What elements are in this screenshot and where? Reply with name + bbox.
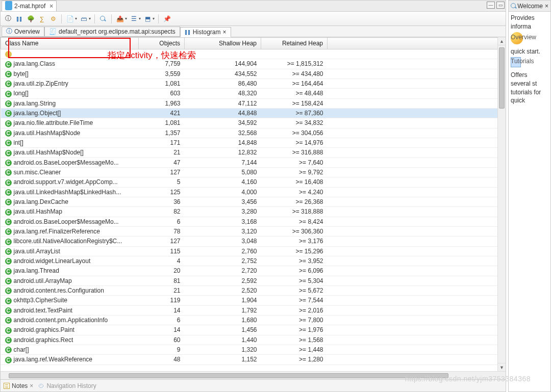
table-row[interactable]: Clibcore.util.NativeAllocationRegistry$C…	[1, 237, 506, 246]
table-row[interactable]: Candroid.widget.LinearLayout42,752>= 3,9…	[1, 256, 506, 266]
class-name-cell: java.lang.Class	[14, 60, 55, 67]
chevron-down-icon[interactable]: ▾	[153, 16, 155, 21]
table-row[interactable]: Cjava.lang.Class7,759144,904>= 1,815,312	[1, 59, 506, 69]
toolbar-separator	[111, 14, 112, 23]
shallow-cell: 86,480	[185, 79, 261, 88]
class-icon: C	[5, 179, 12, 186]
tree-icon[interactable]: ☰	[129, 14, 138, 23]
pin-icon[interactable]: 📌	[162, 14, 171, 23]
chevron-down-icon[interactable]: ▾	[75, 16, 77, 21]
col-retained-heap[interactable]: Retained Heap	[261, 38, 328, 49]
table-row[interactable]: Cjava.util.ArrayList1152,760>= 15,296	[1, 246, 506, 256]
close-icon[interactable]: ×	[223, 29, 227, 36]
table-row[interactable]: Candroid.graphics.Rect601,440>= 1,568	[1, 335, 506, 345]
class-name-cell: java.lang.ref.FinalizerReference	[14, 228, 100, 235]
chevron-down-icon[interactable]: ▾	[139, 16, 141, 21]
table-row[interactable]: Cjava.lang.Thread202,720>= 6,096	[1, 266, 506, 276]
table-row[interactable]: Candroid.os.BaseLooper$MessageMo...63,16…	[1, 217, 506, 226]
scrollbar-thumb[interactable]	[499, 47, 505, 109]
table-row[interactable]: Candroid.util.ArrayMap812,592>= 5,304	[1, 276, 506, 285]
table-row[interactable]: Cokhttp3.CipherSuite1191,904>= 7,544	[1, 296, 506, 305]
group-icon[interactable]: ⬒	[143, 14, 152, 23]
class-icon: C	[5, 317, 12, 324]
close-icon[interactable]: ×	[30, 382, 33, 389]
retained-cell: >= 158,424	[261, 98, 328, 108]
table-row[interactable]: Cchar[]91,320>= 1,448	[1, 345, 506, 354]
chevron-down-icon[interactable]: ▾	[89, 16, 91, 21]
table-row[interactable]: Candroid.support.v7.widget.AppComp...54,…	[1, 177, 506, 187]
objects-cell: 48	[139, 355, 185, 364]
class-name-cell: android.text.TextPaint	[14, 307, 72, 314]
objects-cell: 21	[139, 285, 185, 295]
report-icon[interactable]: 📄	[65, 14, 74, 23]
filter-objects[interactable]	[139, 49, 185, 59]
welcome-content: Provides informa Overview quick start. T…	[509, 12, 550, 107]
table-row[interactable]: Csun.misc.Cleaner1275,080>= 9,792	[1, 167, 506, 177]
threads-icon[interactable]: ⚙	[48, 14, 58, 23]
oql-icon[interactable]: ∑	[37, 14, 46, 23]
objects-cell: 3,559	[139, 69, 185, 79]
table-row[interactable]: Candroid.graphics.Paint141,456>= 1,976	[1, 325, 506, 335]
table-row[interactable]: Candroid.content.res.Configuration212,52…	[1, 285, 506, 295]
editor-tab-file[interactable]: 2-mat.hprof ×	[2, 1, 57, 11]
retained-cell: >= 316,888	[261, 148, 328, 158]
table-row[interactable]: Cjava.util.HashMap823,280>= 318,888	[1, 207, 506, 217]
class-icon: C	[5, 140, 12, 146]
search-icon[interactable]	[98, 14, 108, 23]
table-row[interactable]: Cjava.lang.Object[]42144,848>= 87,360	[1, 108, 506, 118]
table-row[interactable]: Clong[]60348,320>= 48,448	[1, 89, 506, 98]
export-icon[interactable]: 📤	[115, 14, 124, 23]
retained-cell: >= 3,952	[261, 256, 328, 266]
history-icon: ⏲	[38, 382, 44, 389]
table-row[interactable]: Cjava.util.zip.ZipEntry1,08186,480>= 164…	[1, 79, 506, 88]
close-icon[interactable]: ×	[49, 3, 53, 10]
filter-shallow[interactable]	[185, 49, 261, 59]
class-icon: C	[5, 209, 12, 216]
histogram-icon[interactable]: ⫿⫿	[15, 14, 24, 23]
table-row[interactable]: Cjava.util.HashMap$Node1,35732,568>= 304…	[1, 128, 506, 138]
tab-histogram[interactable]: ⫿⫿ Histogram ×	[180, 27, 231, 37]
tab-navigation-history[interactable]: ⏲ Navigation History	[38, 382, 96, 389]
table-row[interactable]: Cint[]17114,848>= 14,976	[1, 138, 506, 147]
minimize-icon[interactable]: —	[487, 2, 495, 9]
chevron-down-icon[interactable]: ▾	[125, 16, 127, 21]
filter-retained[interactable]	[261, 49, 328, 59]
table-row[interactable]: Candroid.content.pm.ApplicationInfo61,68…	[1, 315, 506, 325]
editor-tab-bar: 2-mat.hprof × — ▭	[1, 1, 506, 12]
col-shallow-heap[interactable]: Shallow Heap	[185, 38, 261, 49]
class-name-cell: char[]	[14, 346, 29, 353]
maximize-icon[interactable]: ▭	[496, 2, 505, 9]
tab-notes[interactable]: Notes ×	[4, 382, 33, 389]
col-class-name[interactable]: Class Name	[1, 38, 139, 49]
tab-overview[interactable]: ⓘ Overview	[2, 27, 44, 37]
table-row[interactable]: Candroid.text.TextPaint141,792>= 2,016	[1, 305, 506, 315]
table-row[interactable]: Cbyte[]3,559434,552>= 434,480	[1, 69, 506, 79]
close-icon[interactable]: ×	[545, 3, 548, 10]
table-row[interactable]: Cjava.lang.DexCache363,456>= 26,368	[1, 197, 506, 206]
table-row[interactable]: Cjava.nio.file.attribute.FileTime1,08134…	[1, 118, 506, 128]
scroll-down-icon[interactable]: ▼	[498, 363, 506, 371]
class-icon: C	[5, 130, 12, 137]
histogram-table: Class Name Objects Shallow Heap Retained…	[1, 37, 506, 365]
table-row[interactable]: Cjava.lang.ref.WeakReference481,152>= 1,…	[1, 355, 506, 364]
table-row[interactable]: Cjava.lang.String1,96347,112>= 158,424	[1, 98, 506, 108]
class-name-cell: android.content.pm.ApplicationInfo	[14, 317, 108, 324]
scrollbar-thumb[interactable]	[9, 373, 448, 378]
scroll-up-icon[interactable]: ▲	[498, 37, 506, 45]
vertical-scrollbar[interactable]: ▲ ▼	[497, 37, 506, 371]
horizontal-scrollbar[interactable]	[1, 371, 506, 379]
class-icon: C	[5, 100, 12, 107]
filter-row[interactable]: ⫶	[1, 49, 506, 59]
class-icon: C	[5, 288, 12, 294]
table-row[interactable]: Cjava.lang.ref.FinalizerReference783,120…	[1, 226, 506, 236]
overview-icon[interactable]: ⓘ	[4, 14, 13, 23]
col-objects[interactable]: Objects	[139, 38, 185, 49]
shallow-cell: 4,000	[185, 187, 261, 197]
table-row[interactable]: Candroid.os.BaseLooper$MessageMo...477,1…	[1, 158, 506, 167]
tab-report[interactable]: 🧾 default_report org.eclipse.mat.api:sus…	[44, 27, 180, 37]
table-row[interactable]: Cjava.util.LinkedHashMap$LinkedHash...12…	[1, 187, 506, 197]
dominator-tree-icon[interactable]: 🌳	[26, 14, 35, 23]
query-icon[interactable]: 🗃	[79, 14, 88, 23]
table-row[interactable]: Cjava.util.HashMap$Node[]2112,832>= 316,…	[1, 148, 506, 158]
welcome-tab[interactable]: Welcome ×	[509, 1, 550, 12]
